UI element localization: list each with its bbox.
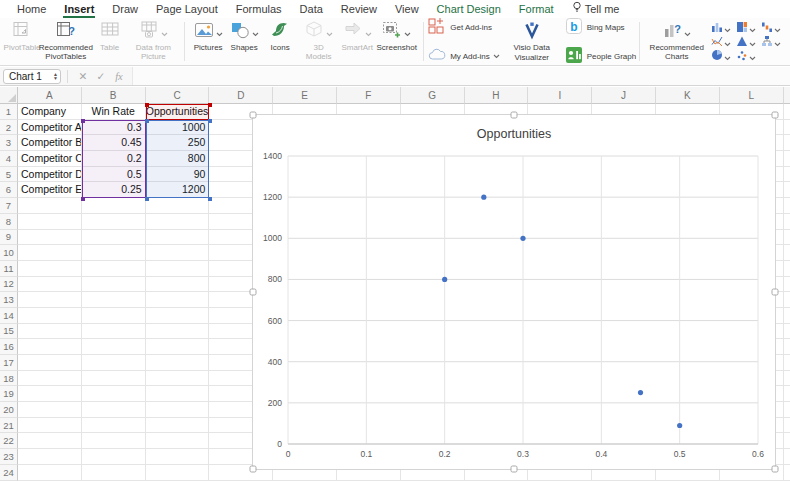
column-header-a[interactable]: A: [18, 87, 82, 104]
cell-a23[interactable]: [18, 449, 82, 465]
cell-a5[interactable]: Competitor D: [18, 167, 82, 183]
cell-b5[interactable]: 0.5: [82, 167, 146, 183]
column-header-f[interactable]: F: [337, 87, 401, 104]
cell-b18[interactable]: [82, 371, 146, 387]
ribbon-recommended-pivottables-button[interactable]: ?Recommended PivotTables: [40, 20, 92, 63]
cell-a17[interactable]: [18, 355, 82, 371]
tab-formulas[interactable]: Formulas: [227, 0, 291, 18]
data-point[interactable]: [677, 423, 682, 428]
cell-b24[interactable]: [82, 465, 146, 481]
chart-resize-handle[interactable]: [511, 466, 518, 473]
insert-scatter-chart-button[interactable]: [736, 49, 756, 63]
cell-a19[interactable]: [18, 386, 82, 402]
row-header-8[interactable]: 8: [0, 214, 18, 230]
row-header-7[interactable]: 7: [0, 198, 18, 214]
insert-hierarchy-chart-button[interactable]: [761, 35, 781, 49]
cell-c6[interactable]: 1200: [146, 182, 210, 198]
column-header-k[interactable]: K: [656, 87, 720, 104]
row-header-14[interactable]: 14: [0, 308, 18, 324]
ribbon-my-add-ins-button[interactable]: My Add-ins: [427, 45, 500, 66]
cell-a21[interactable]: [18, 418, 82, 434]
row-header-1[interactable]: 1: [0, 104, 18, 120]
tab-format[interactable]: Format: [510, 0, 563, 18]
row-header-13[interactable]: 13: [0, 292, 18, 308]
chart-resize-handle[interactable]: [250, 289, 257, 296]
cell-c13[interactable]: [146, 292, 210, 308]
cell-b22[interactable]: [82, 433, 146, 449]
cell-a9[interactable]: [18, 230, 82, 246]
cell-b20[interactable]: [82, 402, 146, 418]
cell-a1[interactable]: Company: [18, 104, 82, 120]
tab-draw[interactable]: Draw: [103, 0, 147, 18]
column-header-c[interactable]: C: [146, 87, 210, 104]
cell-c11[interactable]: [146, 261, 210, 277]
data-point[interactable]: [638, 390, 643, 395]
column-header-j[interactable]: J: [592, 87, 656, 104]
cell-b1[interactable]: Win Rate: [82, 104, 146, 120]
cell-c15[interactable]: [146, 324, 210, 340]
tab-view[interactable]: View: [386, 0, 428, 18]
row-header-12[interactable]: 12: [0, 277, 18, 293]
data-point[interactable]: [481, 195, 486, 200]
cell-a22[interactable]: [18, 433, 82, 449]
cell-b3[interactable]: 0.45: [82, 135, 146, 151]
cell-c24[interactable]: [146, 465, 210, 481]
tab-home[interactable]: Home: [8, 0, 55, 18]
cell-c7[interactable]: [146, 198, 210, 214]
ribbon-get-add-ins-button[interactable]: Get Add-ins: [427, 18, 500, 38]
row-header-17[interactable]: 17: [0, 355, 18, 371]
cell-b7[interactable]: [82, 198, 146, 214]
cell-a20[interactable]: [18, 402, 82, 418]
name-box[interactable]: Chart 1 ▲▼: [3, 69, 61, 84]
cell-b19[interactable]: [82, 386, 146, 402]
select-all-corner[interactable]: [0, 87, 18, 104]
cell-a6[interactable]: Competitor E: [18, 182, 82, 198]
chart-resize-handle[interactable]: [511, 112, 518, 119]
row-header-19[interactable]: 19: [0, 386, 18, 402]
ribbon-icons-button[interactable]: Icons: [262, 20, 298, 53]
cell-b17[interactable]: [82, 355, 146, 371]
cell-b2[interactable]: 0.3: [82, 120, 146, 136]
chart-resize-handle[interactable]: [772, 112, 779, 119]
row-header-3[interactable]: 3: [0, 135, 18, 151]
tab-data[interactable]: Data: [291, 0, 332, 18]
cell-b4[interactable]: 0.2: [82, 151, 146, 167]
column-header-i[interactable]: I: [528, 87, 592, 104]
cell-c21[interactable]: [146, 418, 210, 434]
ribbon-bing-maps-button[interactable]: bBing Maps: [564, 18, 636, 38]
cell-a4[interactable]: Competitor C: [18, 151, 82, 167]
column-header-h[interactable]: H: [465, 87, 529, 104]
column-header-d[interactable]: D: [209, 87, 273, 104]
row-header-20[interactable]: 20: [0, 402, 18, 418]
row-header-21[interactable]: 21: [0, 418, 18, 434]
cell-b21[interactable]: [82, 418, 146, 434]
row-header-24[interactable]: 24: [0, 465, 18, 481]
fx-icon[interactable]: fx: [110, 71, 128, 82]
cell-b6[interactable]: 0.25: [82, 182, 146, 198]
tab-tell-me[interactable]: Tell me: [563, 0, 629, 18]
ribbon-people-graph-button[interactable]: People Graph: [564, 45, 636, 66]
cell-b11[interactable]: [82, 261, 146, 277]
cell-a24[interactable]: [18, 465, 82, 481]
cell-c23[interactable]: [146, 449, 210, 465]
row-header-2[interactable]: 2: [0, 120, 18, 136]
cell-b14[interactable]: [82, 308, 146, 324]
formula-input[interactable]: [132, 67, 790, 85]
cell-c2[interactable]: 1000: [146, 120, 210, 136]
row-header-6[interactable]: 6: [0, 182, 18, 198]
chart-resize-handle[interactable]: [250, 112, 257, 119]
chart-resize-handle[interactable]: [772, 466, 779, 473]
cell-c5[interactable]: 90: [146, 167, 210, 183]
cell-b9[interactable]: [82, 230, 146, 246]
insert-pie-chart-button[interactable]: [711, 49, 731, 63]
enter-icon[interactable]: ✓: [92, 70, 110, 82]
cell-a13[interactable]: [18, 292, 82, 308]
cell-a3[interactable]: Competitor B: [18, 135, 82, 151]
row-header-18[interactable]: 18: [0, 371, 18, 387]
cell-b12[interactable]: [82, 277, 146, 293]
cell-c10[interactable]: [146, 245, 210, 261]
data-point[interactable]: [442, 277, 447, 282]
cell-a7[interactable]: [18, 198, 82, 214]
cell-c18[interactable]: [146, 371, 210, 387]
ribbon-maps-button[interactable]: Maps: [784, 20, 790, 53]
